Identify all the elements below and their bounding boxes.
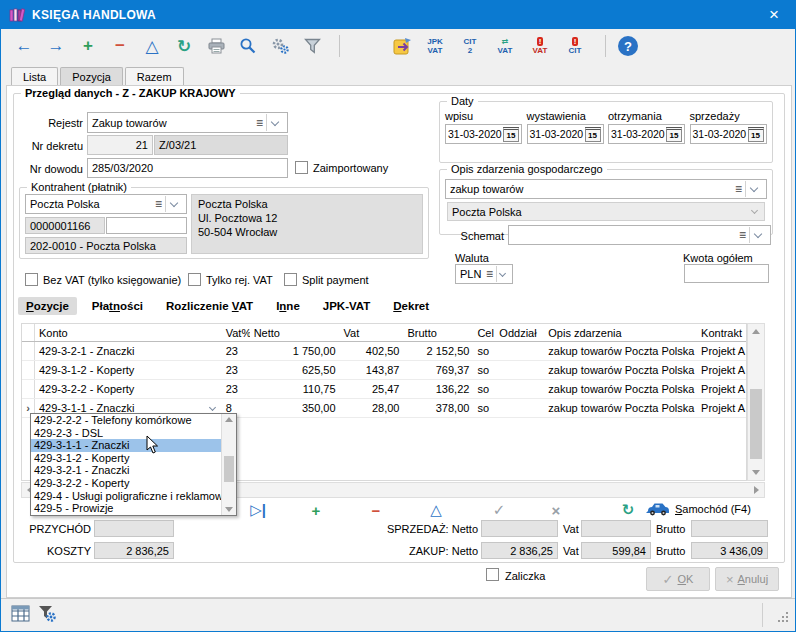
cell[interactable]: 136,22 — [403, 380, 473, 398]
date-field[interactable]: 31-03-202015 — [527, 124, 604, 144]
scroll-up-button[interactable] — [748, 324, 764, 339]
calendar-icon[interactable]: 15 — [585, 127, 601, 142]
opis-secondary-combo[interactable]: Poczta Polska — [447, 202, 765, 221]
row-selector[interactable] — [22, 380, 35, 398]
tylko-rej-vat-checkbox[interactable] — [188, 273, 201, 286]
detail-tab-0[interactable]: Pozycje — [18, 297, 77, 315]
cell[interactable]: 378,00 — [403, 399, 473, 417]
detail-tab-2[interactable]: Rozliczenie VAT — [158, 297, 261, 315]
cell[interactable] — [495, 380, 544, 398]
column-header[interactable]: Netto — [250, 324, 340, 341]
rejestr-combo[interactable]: Zakup towarów ≡ — [87, 112, 288, 133]
grid-view-icon[interactable] — [11, 604, 31, 626]
settings-icon[interactable] — [267, 33, 293, 59]
cell[interactable]: Projekt A — [697, 399, 746, 417]
column-header[interactable]: Vat% — [222, 324, 250, 341]
cell[interactable]: 110,75 — [250, 380, 340, 398]
scrollbar-thumb[interactable] — [750, 389, 762, 459]
vat-alert-button[interactable]: !VAT — [527, 33, 553, 59]
column-header[interactable]: Cel — [473, 324, 495, 341]
dropdown-item[interactable]: 429-2-2-2 - Telefony komórkowe — [31, 414, 221, 427]
dropdown-item[interactable]: 429-2-3 - DSL — [31, 427, 221, 440]
detail-tab-5[interactable]: Dekret — [385, 297, 437, 315]
column-header[interactable]: Brutto — [403, 324, 473, 341]
detail-tab-1[interactable]: Płatności — [84, 297, 151, 315]
cell[interactable]: so — [473, 361, 495, 379]
row-selector[interactable] — [22, 361, 35, 379]
cell[interactable]: so — [473, 380, 495, 398]
export-icon[interactable] — [390, 33, 416, 59]
cell[interactable]: 350,00 — [250, 399, 340, 417]
cell[interactable]: Projekt A — [697, 380, 746, 398]
cell[interactable]: 429-3-1-2 - Koperty — [35, 361, 222, 379]
cell[interactable] — [495, 399, 544, 417]
schemat-combo-buttons[interactable]: ≡ — [736, 226, 766, 244]
help-icon[interactable]: ? — [618, 36, 638, 56]
kwota-ogolem-field[interactable] — [684, 264, 769, 283]
row-selector[interactable] — [22, 342, 35, 360]
dropdown-scrollbar[interactable] — [221, 414, 236, 515]
table-row[interactable]: 429-3-2-1 - Znaczki231 750,00402,502 152… — [22, 342, 746, 361]
cell[interactable]: 23 — [222, 342, 250, 360]
cell[interactable]: 402,50 — [340, 342, 404, 360]
back-icon[interactable]: ← — [11, 33, 37, 59]
dropdown-item[interactable]: 429-3-2-2 - Koperty — [31, 477, 221, 490]
cell[interactable]: zakup towarów Poczta Polska — [544, 399, 697, 417]
cell[interactable]: 25,47 — [340, 380, 404, 398]
split-payment-checkbox[interactable] — [284, 273, 297, 286]
refresh-row-button[interactable]: ↻ — [613, 501, 643, 519]
tab-pozycja[interactable]: Pozycja — [60, 67, 123, 86]
cell[interactable]: 769,37 — [403, 361, 473, 379]
column-header[interactable]: Vat — [340, 324, 404, 341]
zaliczka-checkbox[interactable] — [486, 568, 499, 581]
cit-alert-button[interactable]: !CIT — [562, 33, 588, 59]
cell[interactable]: zakup towarów Poczta Polska — [544, 380, 697, 398]
cell[interactable]: Projekt A — [697, 361, 746, 379]
cell[interactable]: 429-3-2-2 - Koperty — [35, 380, 222, 398]
ok-button[interactable]: ✓ OK — [646, 567, 710, 591]
konto-dropdown-list[interactable]: 429-2-2-2 - Telefony komórkowe429-2-3 - … — [30, 413, 237, 516]
waluta-combo-buttons[interactable]: ≡ — [483, 265, 508, 283]
table-row[interactable]: 429-3-1-2 - Koperty23625,50143,87769,37s… — [22, 361, 746, 380]
column-header[interactable]: Opis zdarzenia — [544, 324, 697, 341]
table-vertical-scrollbar[interactable] — [747, 323, 765, 481]
cit-2-button[interactable]: CIT2 — [457, 33, 483, 59]
cell[interactable]: so — [473, 399, 495, 417]
edit-icon[interactable]: △ — [139, 33, 165, 59]
cancel-button[interactable]: × — [541, 501, 571, 519]
waluta-combo[interactable]: PLN ≡ — [455, 264, 513, 284]
scroll-down-button[interactable] — [748, 465, 764, 480]
search-icon[interactable] — [235, 33, 261, 59]
close-button[interactable]: × — [757, 1, 791, 29]
cell[interactable]: Projekt A — [697, 342, 746, 360]
opis-combo[interactable]: zakup towarów ≡ — [445, 179, 767, 199]
cell[interactable]: 23 — [222, 361, 250, 379]
samochod-button[interactable]: Samochód (F4) — [646, 501, 751, 516]
last-record-button[interactable]: ▷| — [243, 501, 273, 519]
refresh-icon[interactable]: ↻ — [171, 33, 197, 59]
delete-row-button[interactable]: − — [361, 501, 391, 519]
cell[interactable]: 28,00 — [340, 399, 404, 417]
column-header[interactable]: Konto — [35, 324, 222, 341]
accept-button[interactable]: ✓ — [484, 501, 514, 519]
opis-combo-buttons[interactable]: ≡ — [732, 180, 762, 198]
print-icon[interactable] — [203, 33, 229, 59]
dropdown-item[interactable]: 429-3-1-1 - Znaczki — [31, 439, 221, 452]
cell[interactable] — [495, 361, 544, 379]
cell[interactable]: 1 750,00 — [250, 342, 340, 360]
filter-icon[interactable] — [299, 33, 325, 59]
detail-tab-4[interactable]: JPK-VAT — [315, 297, 379, 315]
edit-row-button[interactable]: △ — [421, 501, 451, 519]
column-header[interactable]: Kontrakt — [697, 324, 746, 341]
detail-tab-3[interactable]: Inne — [268, 297, 308, 315]
kontrahent-combo-buttons[interactable]: ≡ — [152, 195, 182, 213]
dropdown-item[interactable]: 429-4 - Usługi poligraficzne i reklamowe — [31, 490, 221, 503]
date-field[interactable]: 31-03-202015 — [608, 124, 685, 144]
dropdown-item[interactable]: 429-3-1-2 - Koperty — [31, 452, 221, 465]
calendar-icon[interactable]: 15 — [503, 127, 519, 142]
anuluj-button[interactable]: × Anuluj — [715, 567, 779, 591]
table-row[interactable]: 429-3-2-2 - Koperty23110,7525,47136,22so… — [22, 380, 746, 399]
chevron-down-icon[interactable] — [209, 403, 216, 410]
nr-dekretu-number-field[interactable]: 21 — [87, 135, 153, 155]
zaimportowany-checkbox[interactable] — [295, 161, 308, 174]
